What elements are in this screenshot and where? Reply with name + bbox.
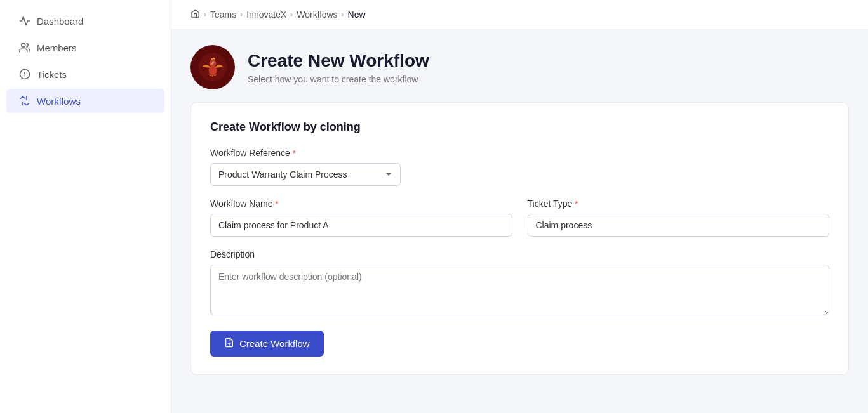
logo-avatar: [190, 45, 235, 89]
workflows-label: Workflows: [37, 96, 81, 107]
members-icon: [19, 42, 30, 53]
svg-point-10: [213, 62, 214, 63]
svg-point-8: [209, 60, 216, 67]
workflow-name-label: Workflow Name *: [210, 199, 512, 209]
required-marker-1: *: [293, 148, 296, 158]
breadcrumb-sep-2: ›: [240, 10, 243, 19]
breadcrumb-sep-3: ›: [290, 10, 293, 19]
page-header: Create New Workflow Select how you want …: [171, 30, 868, 102]
sidebar-item-members[interactable]: Members: [6, 36, 164, 60]
workflow-reference-group: Workflow Reference * Product Warranty Cl…: [210, 148, 829, 186]
description-group: Description: [210, 249, 829, 318]
tickets-label: Tickets: [37, 69, 67, 80]
header-text: Create New Workflow Select how you want …: [248, 50, 429, 84]
tickets-icon: [19, 69, 30, 80]
sidebar-item-dashboard[interactable]: Dashboard: [6, 9, 164, 33]
main-content: › Teams › InnovateX › Workflows › New: [171, 0, 868, 413]
required-marker-2: *: [276, 199, 279, 209]
breadcrumb-workflows[interactable]: Workflows: [297, 10, 337, 20]
page-subtitle: Select how you want to create the workfl…: [248, 74, 429, 84]
description-label: Description: [210, 249, 829, 259]
dashboard-label: Dashboard: [37, 16, 83, 27]
ticket-type-col: Ticket Type *: [528, 199, 830, 237]
create-workflow-button[interactable]: Create Workflow: [210, 331, 324, 357]
breadcrumb-innovatex[interactable]: InnovateX: [246, 10, 286, 20]
page-title: Create New Workflow: [248, 50, 429, 72]
svg-point-0: [22, 43, 25, 47]
workflow-name-col: Workflow Name *: [210, 199, 512, 237]
ticket-type-input[interactable]: [528, 214, 830, 237]
workflow-reference-select[interactable]: Product Warranty Claim Process: [210, 163, 401, 186]
breadcrumb-sep-4: ›: [342, 10, 344, 19]
name-type-row: Workflow Name * Ticket Type *: [210, 199, 829, 237]
workflow-reference-label: Workflow Reference *: [210, 148, 829, 158]
sidebar-item-workflows[interactable]: Workflows: [6, 89, 164, 113]
breadcrumb: › Teams › InnovateX › Workflows › New: [171, 0, 868, 30]
create-button-label: Create Workflow: [239, 338, 310, 349]
form-card: Create Workflow by cloning Workflow Refe…: [190, 102, 849, 375]
workflow-name-input[interactable]: [210, 214, 512, 237]
breadcrumb-sep-1: ›: [204, 10, 206, 19]
create-icon: [224, 338, 234, 350]
workflows-icon: [19, 95, 30, 107]
members-label: Members: [37, 43, 77, 53]
description-textarea[interactable]: [210, 265, 829, 315]
breadcrumb-new: New: [348, 10, 366, 20]
breadcrumb-teams[interactable]: Teams: [210, 10, 236, 20]
home-icon[interactable]: [190, 9, 200, 20]
ticket-type-label: Ticket Type *: [528, 199, 830, 209]
sidebar-item-tickets[interactable]: Tickets: [6, 62, 164, 86]
form-section-title: Create Workflow by cloning: [210, 121, 829, 134]
required-marker-3: *: [575, 199, 578, 209]
dashboard-icon: [19, 15, 30, 27]
sidebar: Dashboard Members Tickets Workflows: [0, 0, 171, 413]
